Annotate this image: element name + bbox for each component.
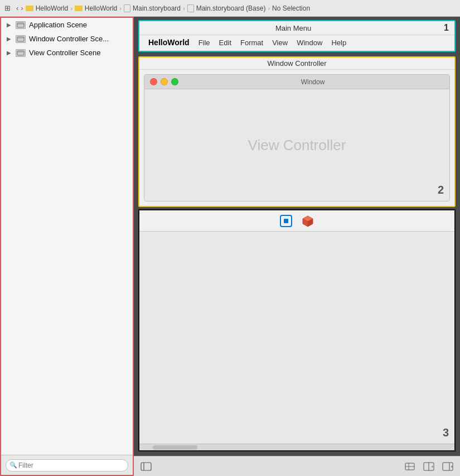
file-icon-1 [124, 4, 130, 12]
menu-item-view[interactable]: View [268, 37, 292, 48]
scene-icon-1 [16, 21, 26, 29]
nav-back-button[interactable]: ‹ [16, 4, 18, 12]
minimize-button[interactable] [161, 78, 168, 85]
region3-number: 3 [443, 426, 449, 439]
add-editor-button[interactable]: + [421, 460, 437, 473]
bottom-scrollbar[interactable] [139, 444, 454, 450]
canvas-area: Main Menu 1 HelloWorld File Edit Format … [134, 17, 460, 476]
menu-item-helloworld[interactable]: HelloWorld [144, 37, 194, 48]
sidebar: ▶ Application Scene ▶ Window [0, 17, 134, 476]
maximize-button[interactable] [171, 78, 178, 85]
bottom-toolbar: + + [134, 456, 460, 476]
svg-rect-11 [141, 463, 151, 470]
toolbar-left [138, 460, 154, 473]
sidebar-item-label-3: View Controller Scene [29, 49, 100, 57]
nav-forward-button[interactable]: › [21, 4, 23, 12]
view-controller-scene-icon[interactable] [280, 215, 292, 227]
scene-icon-3 [16, 49, 26, 57]
svg-rect-0 [17, 23, 24, 27]
region1-number: 1 [444, 23, 449, 33]
breadcrumb-item-4[interactable]: Main.storyboard (Base) [196, 4, 266, 12]
window-title-text: Window [182, 78, 444, 86]
window-frame: Window View Controller 2 [144, 74, 450, 201]
menu-item-format[interactable]: Format [236, 37, 268, 48]
menu-item-file[interactable]: File [194, 37, 215, 48]
region-bottom: 3 [138, 209, 456, 451]
close-button[interactable] [150, 78, 157, 85]
sidebar-toggle-button[interactable] [138, 460, 154, 473]
add-editor-right-button[interactable]: + [440, 460, 456, 473]
menu-item-help[interactable]: Help [327, 37, 351, 48]
sidebar-item-window-controller[interactable]: ▶ Window Controller Sce... [1, 32, 133, 46]
scrollbar-thumb[interactable] [153, 445, 197, 450]
menu-item-edit[interactable]: Edit [215, 37, 236, 48]
main-menu-title-bar: Main Menu 1 [139, 21, 454, 35]
sidebar-item-label-1: Application Scene [29, 21, 87, 29]
window-titlebar: Window [144, 75, 449, 89]
breadcrumb-item-1[interactable]: HelloWorld [36, 4, 68, 12]
main-area: ▶ Application Scene ▶ Window [0, 17, 460, 476]
expander-icon-1: ▶ [6, 22, 12, 28]
expander-icon-3: ▶ [6, 50, 12, 56]
breadcrumb-item-2[interactable]: HelloWorld [85, 4, 117, 12]
sidebar-item-label-2: Window Controller Sce... [29, 35, 109, 43]
region-main-menu: Main Menu 1 HelloWorld File Edit Format … [138, 20, 456, 52]
grid-icon: ⊞ [4, 4, 11, 12]
filter-wrapper: 🔍 [6, 459, 128, 472]
main-menu-title: Main Menu [145, 24, 442, 32]
svg-rect-2 [17, 37, 24, 41]
expander-icon-2: ▶ [6, 36, 12, 42]
breadcrumb-bar: ⊞ ‹ › HelloWorld › HelloWorld › Main.sto… [0, 0, 460, 17]
folder-icon-2 [75, 6, 83, 11]
window-content: View Controller 2 [144, 89, 449, 201]
region2-number: 2 [438, 184, 444, 196]
nav-arrows: ⊞ [4, 4, 11, 12]
breadcrumb-item-5: No Selection [272, 4, 310, 12]
menu-item-window[interactable]: Window [292, 37, 327, 48]
sidebar-item-view-controller[interactable]: ▶ View Controller Scene [1, 46, 133, 60]
main-menu-items: HelloWorld File Edit Format View Window … [139, 35, 454, 51]
bottom-content: 3 [139, 232, 454, 444]
svg-rect-6 [284, 219, 288, 223]
svg-text:+: + [431, 464, 434, 469]
scene-kit-cube-icon[interactable] [301, 214, 314, 228]
toolbar-right: + + [402, 460, 456, 473]
bottom-icon-bar [139, 210, 454, 232]
zoom-to-fit-button[interactable] [402, 460, 418, 473]
sidebar-filter-bar: 🔍 [1, 455, 133, 475]
file-icon-2 [187, 4, 194, 12]
filter-input[interactable] [6, 459, 128, 472]
svg-text:+: + [451, 464, 453, 469]
sidebar-list: ▶ Application Scene ▶ Window [1, 18, 133, 455]
svg-rect-4 [17, 51, 24, 55]
sidebar-item-application-scene[interactable]: ▶ Application Scene [1, 18, 133, 32]
folder-icon-1 [26, 6, 33, 11]
window-controller-title: Window Controller [139, 57, 454, 70]
breadcrumb-item-3[interactable]: Main.storyboard [133, 4, 181, 12]
region-window-controller: Window Controller Window View Controller… [138, 56, 456, 207]
view-controller-label: View Controller [248, 137, 346, 154]
scene-icon-2 [16, 35, 26, 43]
